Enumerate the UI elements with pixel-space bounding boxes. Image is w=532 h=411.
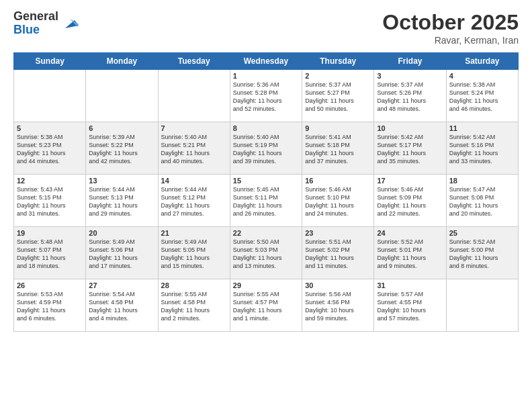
calendar-cell: 15Sunrise: 5:45 AM Sunset: 5:11 PM Dayli… [230, 175, 302, 227]
calendar-cell: 30Sunrise: 5:56 AM Sunset: 4:56 PM Dayli… [302, 279, 374, 332]
calendar-week-row: 26Sunrise: 5:53 AM Sunset: 4:59 PM Dayli… [14, 279, 519, 332]
day-info: Sunrise: 5:37 AM Sunset: 5:27 PM Dayligh… [305, 81, 371, 113]
day-number: 17 [377, 177, 443, 185]
title-section: October 2025 Ravar, Kerman, Iran [382, 10, 519, 46]
day-info: Sunrise: 5:40 AM Sunset: 5:21 PM Dayligh… [161, 133, 227, 166]
calendar-cell: 26Sunrise: 5:53 AM Sunset: 4:59 PM Dayli… [14, 279, 86, 332]
calendar-cell: 21Sunrise: 5:49 AM Sunset: 5:05 PM Dayli… [158, 227, 230, 279]
calendar-cell: 28Sunrise: 5:55 AM Sunset: 4:58 PM Dayli… [158, 279, 230, 332]
calendar-cell: 3Sunrise: 5:37 AM Sunset: 5:26 PM Daylig… [374, 70, 446, 122]
calendar-week-row: 19Sunrise: 5:48 AM Sunset: 5:07 PM Dayli… [14, 227, 519, 279]
day-number: 19 [17, 229, 83, 237]
day-info: Sunrise: 5:44 AM Sunset: 5:12 PM Dayligh… [161, 185, 227, 218]
calendar-cell [446, 279, 518, 332]
calendar-cell: 14Sunrise: 5:44 AM Sunset: 5:12 PM Dayli… [158, 175, 230, 227]
calendar-cell: 19Sunrise: 5:48 AM Sunset: 5:07 PM Dayli… [14, 227, 86, 279]
logo-text: General Blue [13, 10, 58, 37]
day-info: Sunrise: 5:49 AM Sunset: 5:05 PM Dayligh… [161, 238, 227, 271]
day-info: Sunrise: 5:46 AM Sunset: 5:09 PM Dayligh… [377, 185, 443, 218]
day-number: 27 [89, 281, 154, 289]
calendar-cell: 4Sunrise: 5:38 AM Sunset: 5:24 PM Daylig… [446, 70, 518, 122]
logo-icon [60, 13, 80, 34]
calendar-cell: 9Sunrise: 5:41 AM Sunset: 5:18 PM Daylig… [302, 122, 374, 175]
calendar-page: General Blue October 2025 Ravar, Kerman,… [0, 0, 532, 411]
day-info: Sunrise: 5:55 AM Sunset: 4:58 PM Dayligh… [161, 290, 227, 323]
day-number: 13 [89, 177, 154, 185]
day-number: 31 [377, 281, 443, 289]
logo-general: General [13, 10, 58, 24]
day-info: Sunrise: 5:40 AM Sunset: 5:19 PM Dayligh… [233, 133, 299, 166]
day-number: 2 [305, 72, 371, 80]
header-cell-tuesday: Tuesday [158, 53, 230, 70]
header-cell-thursday: Thursday [302, 53, 374, 70]
day-number: 8 [233, 124, 299, 132]
calendar-cell: 24Sunrise: 5:52 AM Sunset: 5:01 PM Dayli… [374, 227, 446, 279]
day-info: Sunrise: 5:38 AM Sunset: 5:23 PM Dayligh… [17, 133, 83, 166]
calendar-cell: 29Sunrise: 5:55 AM Sunset: 4:57 PM Dayli… [230, 279, 302, 332]
header-cell-sunday: Sunday [14, 53, 86, 70]
calendar-header-row: SundayMondayTuesdayWednesdayThursdayFrid… [14, 53, 519, 70]
day-number: 5 [17, 124, 83, 132]
day-number: 28 [161, 281, 227, 289]
calendar-cell: 23Sunrise: 5:51 AM Sunset: 5:02 PM Dayli… [302, 227, 374, 279]
day-info: Sunrise: 5:43 AM Sunset: 5:15 PM Dayligh… [17, 185, 83, 218]
day-number: 12 [17, 177, 83, 185]
day-number: 22 [233, 229, 299, 237]
day-info: Sunrise: 5:51 AM Sunset: 5:02 PM Dayligh… [305, 238, 371, 271]
day-number: 1 [233, 72, 299, 80]
calendar-cell: 5Sunrise: 5:38 AM Sunset: 5:23 PM Daylig… [14, 122, 86, 175]
calendar-cell: 16Sunrise: 5:46 AM Sunset: 5:10 PM Dayli… [302, 175, 374, 227]
day-info: Sunrise: 5:41 AM Sunset: 5:18 PM Dayligh… [305, 133, 371, 166]
header: General Blue October 2025 Ravar, Kerman,… [13, 10, 519, 46]
day-info: Sunrise: 5:36 AM Sunset: 5:28 PM Dayligh… [233, 81, 299, 113]
calendar-table: SundayMondayTuesdayWednesdayThursdayFrid… [13, 52, 519, 332]
day-info: Sunrise: 5:50 AM Sunset: 5:03 PM Dayligh… [233, 238, 299, 271]
calendar-cell: 27Sunrise: 5:54 AM Sunset: 4:58 PM Dayli… [86, 279, 158, 332]
day-info: Sunrise: 5:52 AM Sunset: 5:01 PM Dayligh… [377, 238, 443, 271]
day-info: Sunrise: 5:45 AM Sunset: 5:11 PM Dayligh… [233, 185, 299, 218]
calendar-cell: 2Sunrise: 5:37 AM Sunset: 5:27 PM Daylig… [302, 70, 374, 122]
day-number: 9 [305, 124, 371, 132]
day-number: 20 [89, 229, 154, 237]
day-info: Sunrise: 5:53 AM Sunset: 4:59 PM Dayligh… [17, 290, 83, 323]
calendar-cell: 7Sunrise: 5:40 AM Sunset: 5:21 PM Daylig… [158, 122, 230, 175]
logo: General Blue [13, 10, 80, 37]
calendar-cell: 22Sunrise: 5:50 AM Sunset: 5:03 PM Dayli… [230, 227, 302, 279]
calendar-cell: 1Sunrise: 5:36 AM Sunset: 5:28 PM Daylig… [230, 70, 302, 122]
day-info: Sunrise: 5:49 AM Sunset: 5:06 PM Dayligh… [89, 238, 154, 271]
header-cell-saturday: Saturday [446, 53, 518, 70]
day-info: Sunrise: 5:54 AM Sunset: 4:58 PM Dayligh… [89, 290, 154, 323]
day-number: 11 [449, 124, 515, 132]
calendar-cell [14, 70, 86, 122]
day-info: Sunrise: 5:39 AM Sunset: 5:22 PM Dayligh… [89, 133, 154, 166]
day-info: Sunrise: 5:44 AM Sunset: 5:13 PM Dayligh… [89, 185, 154, 218]
day-number: 15 [233, 177, 299, 185]
day-number: 25 [449, 229, 515, 237]
calendar-cell: 20Sunrise: 5:49 AM Sunset: 5:06 PM Dayli… [86, 227, 158, 279]
day-number: 3 [377, 72, 443, 80]
calendar-cell: 11Sunrise: 5:42 AM Sunset: 5:16 PM Dayli… [446, 122, 518, 175]
header-cell-friday: Friday [374, 53, 446, 70]
day-info: Sunrise: 5:46 AM Sunset: 5:10 PM Dayligh… [305, 185, 371, 218]
calendar-cell: 25Sunrise: 5:52 AM Sunset: 5:00 PM Dayli… [446, 227, 518, 279]
day-number: 26 [17, 281, 83, 289]
day-info: Sunrise: 5:37 AM Sunset: 5:26 PM Dayligh… [377, 81, 443, 113]
subtitle: Ravar, Kerman, Iran [382, 35, 519, 46]
calendar-cell: 17Sunrise: 5:46 AM Sunset: 5:09 PM Dayli… [374, 175, 446, 227]
day-info: Sunrise: 5:38 AM Sunset: 5:24 PM Dayligh… [449, 81, 515, 113]
calendar-cell: 18Sunrise: 5:47 AM Sunset: 5:08 PM Dayli… [446, 175, 518, 227]
day-number: 7 [161, 124, 227, 132]
calendar-cell [158, 70, 230, 122]
day-number: 4 [449, 72, 515, 80]
calendar-cell: 10Sunrise: 5:42 AM Sunset: 5:17 PM Dayli… [374, 122, 446, 175]
day-number: 14 [161, 177, 227, 185]
calendar-cell [86, 70, 158, 122]
day-number: 21 [161, 229, 227, 237]
day-number: 29 [233, 281, 299, 289]
day-info: Sunrise: 5:42 AM Sunset: 5:16 PM Dayligh… [449, 133, 515, 166]
day-number: 30 [305, 281, 371, 289]
day-info: Sunrise: 5:56 AM Sunset: 4:56 PM Dayligh… [305, 290, 371, 323]
day-info: Sunrise: 5:48 AM Sunset: 5:07 PM Dayligh… [17, 238, 83, 271]
day-info: Sunrise: 5:42 AM Sunset: 5:17 PM Dayligh… [377, 133, 443, 166]
header-cell-wednesday: Wednesday [230, 53, 302, 70]
